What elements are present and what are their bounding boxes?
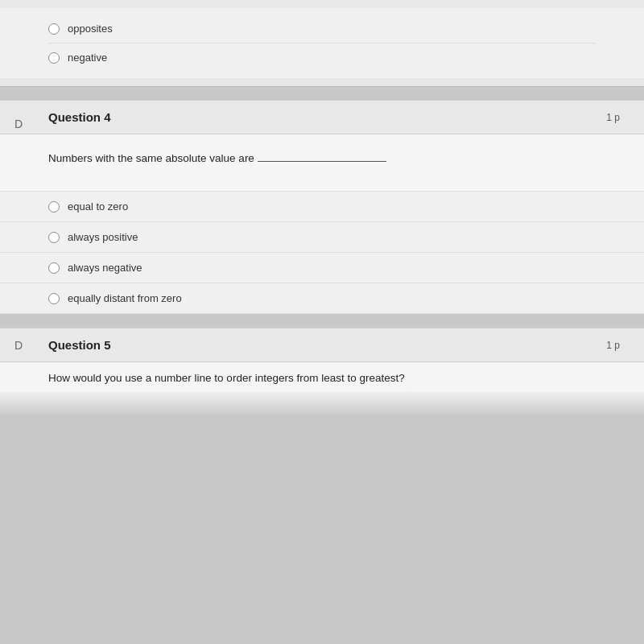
q4-option-equal-to-zero-label: equal to zero: [68, 200, 128, 213]
question5-body: How would you use a number line to order…: [0, 362, 644, 391]
question4-options: equal to zero always positive always neg…: [0, 191, 644, 314]
q4-option-always-positive-label: always positive: [68, 231, 138, 243]
radio-equally-distant: [48, 293, 60, 304]
radio-equal-to-zero: [48, 201, 60, 213]
q4-option-always-negative[interactable]: always negative: [0, 252, 644, 283]
bottom-fade: [0, 392, 644, 416]
radio-always-negative: [48, 262, 60, 274]
q4-option-always-positive[interactable]: always positive: [0, 221, 644, 252]
question5-points: 1 p: [606, 340, 620, 351]
question4-card: Question 4 1 p Numbers with the same abs…: [0, 100, 644, 315]
radio-opposites: [48, 23, 60, 35]
question4-letter: D: [14, 118, 23, 130]
prev-option-opposites[interactable]: opposites: [48, 14, 596, 43]
question4-blank: [258, 161, 386, 162]
question4-title: Question 4: [48, 110, 111, 124]
question4-body: Numbers with the same absolute value are: [0, 134, 644, 191]
q4-option-equally-distant-label: equally distant from zero: [68, 292, 182, 304]
question4-header: Question 4 1 p: [0, 101, 644, 134]
q4-option-equally-distant[interactable]: equally distant from zero: [0, 283, 644, 314]
q4-option-always-negative-label: always negative: [68, 262, 142, 274]
question5-header: Question 5 1 p: [0, 328, 644, 362]
radio-negative: [48, 52, 60, 64]
radio-always-positive: [48, 232, 60, 243]
question4-points: 1 p: [606, 112, 620, 123]
question5-text: How would you use a number line to order…: [48, 370, 596, 386]
question5-card: Question 5 1 p How would you use a numbe…: [0, 328, 644, 391]
prev-option-negative-label: negative: [68, 52, 107, 64]
question5-title: Question 5: [48, 338, 111, 352]
question4-text: Numbers with the same absolute value are: [48, 151, 596, 167]
q4-option-equal-to-zero[interactable]: equal to zero: [0, 191, 644, 221]
prev-option-opposites-label: opposites: [68, 23, 113, 35]
question5-letter: D: [14, 339, 23, 352]
prev-option-negative[interactable]: negative: [48, 43, 596, 72]
question4-text-content: Numbers with the same absolute value are: [48, 152, 254, 164]
